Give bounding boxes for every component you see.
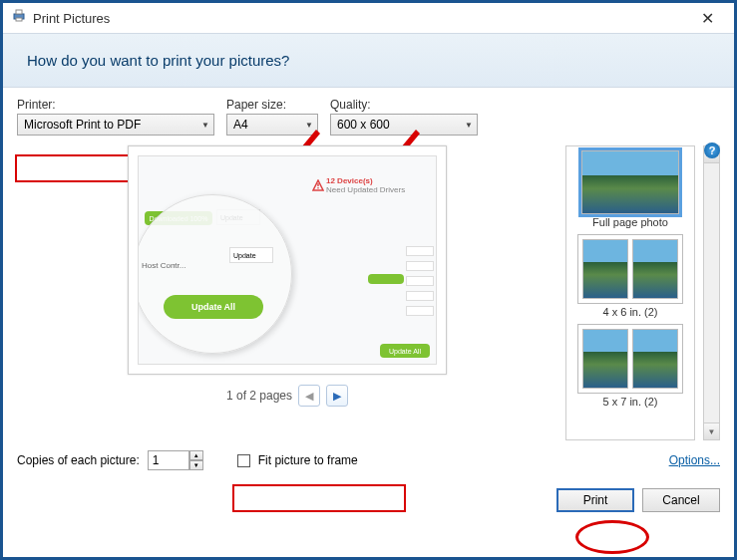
printer-icon <box>11 8 27 28</box>
help-button[interactable]: ? <box>704 142 720 158</box>
layout-thumb-4x6 <box>577 234 683 304</box>
papersize-value: A4 <box>233 118 248 132</box>
papersize-select[interactable]: A4 ▼ <box>226 114 318 136</box>
layout-thumb-5x7 <box>577 324 683 394</box>
preview-column: 12 Device(s)Need Updated Drivers Downloa… <box>17 145 557 440</box>
svg-rect-1 <box>16 10 22 14</box>
preview-page: 12 Device(s)Need Updated Drivers Downloa… <box>128 145 447 375</box>
copies-label: Copies of each picture: <box>17 453 140 467</box>
bottom-row: Copies of each picture: ▲ ▼ Fit picture … <box>3 440 734 480</box>
copies-input[interactable] <box>148 450 189 470</box>
layout-thumb-full <box>581 150 679 214</box>
pager-next-button[interactable]: ▶ <box>326 385 348 407</box>
svg-rect-8 <box>317 183 318 186</box>
preview-content: 12 Device(s)Need Updated Drivers Downloa… <box>138 155 437 365</box>
printer-select[interactable]: Microsoft Print to PDF ▼ <box>17 114 214 136</box>
header-band: How do you want to print your pictures? <box>3 33 734 88</box>
chevron-down-icon: ▼ <box>201 121 209 130</box>
pager: 1 of 2 pages ◀ ▶ <box>226 385 348 407</box>
page-heading: How do you want to print your pictures? <box>27 52 710 69</box>
fit-picture-label: Fit picture to frame <box>258 453 358 467</box>
footer: Print Cancel <box>3 480 734 526</box>
chevron-down-icon: ▼ <box>465 121 473 130</box>
copies-down-button[interactable]: ▼ <box>189 460 203 470</box>
quality-label: Quality: <box>330 98 478 112</box>
layout-full-page[interactable]: Full page photo <box>581 150 679 228</box>
mock-magnify-circle: Host Contr... Update Update All <box>138 194 292 354</box>
fit-picture-checkbox[interactable] <box>237 454 250 467</box>
quality-select[interactable]: 600 x 600 ▼ <box>330 114 478 136</box>
layout-4x6[interactable]: 4 x 6 in. (2) <box>577 234 683 318</box>
layouts-scrollbar[interactable]: ▲ ▼ <box>703 145 720 440</box>
quality-value: 600 x 600 <box>337 118 390 132</box>
options-link[interactable]: Options... <box>669 453 720 467</box>
printer-value: Microsoft Print to PDF <box>24 118 141 132</box>
layout-label-5x7: 5 x 7 in. (2) <box>602 396 657 408</box>
scroll-down-button[interactable]: ▼ <box>704 422 719 439</box>
chevron-down-icon: ▼ <box>305 121 313 130</box>
window-title: Print Pictures <box>33 11 110 26</box>
titlebar: Print Pictures ✕ <box>3 3 734 33</box>
papersize-label: Paper size: <box>226 98 318 112</box>
layout-label-4x6: 4 x 6 in. (2) <box>602 306 657 318</box>
copies-spinner[interactable]: ▲ ▼ <box>148 450 203 470</box>
cancel-button[interactable]: Cancel <box>642 488 720 512</box>
main-area: 12 Device(s)Need Updated Drivers Downloa… <box>3 141 734 440</box>
pager-prev-button[interactable]: ◀ <box>298 385 320 407</box>
print-button[interactable]: Print <box>556 488 634 512</box>
layouts-list: Full page photo 4 x 6 in. (2) 5 x 7 in. … <box>565 145 695 440</box>
layout-5x7[interactable]: 5 x 7 in. (2) <box>577 324 683 408</box>
layout-label-full: Full page photo <box>592 216 668 228</box>
svg-rect-2 <box>16 18 22 21</box>
controls-row: Printer: Microsoft Print to PDF ▼ Paper … <box>3 88 734 141</box>
close-button[interactable]: ✕ <box>689 5 726 32</box>
pager-text: 1 of 2 pages <box>226 389 292 403</box>
mock-warning: 12 Device(s)Need Updated Drivers <box>312 176 405 194</box>
printer-label: Printer: <box>17 98 214 112</box>
svg-rect-9 <box>317 187 318 188</box>
copies-up-button[interactable]: ▲ <box>189 450 203 460</box>
